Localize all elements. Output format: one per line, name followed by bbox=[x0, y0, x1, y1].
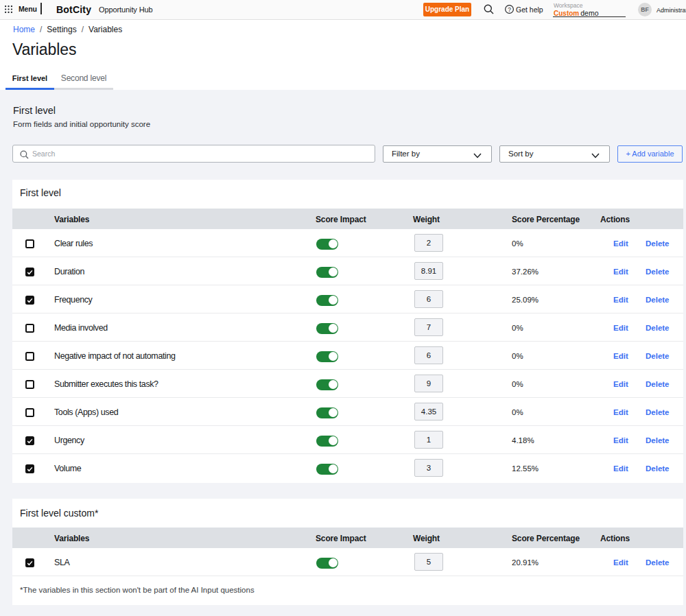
svg-text:?: ? bbox=[508, 6, 511, 13]
